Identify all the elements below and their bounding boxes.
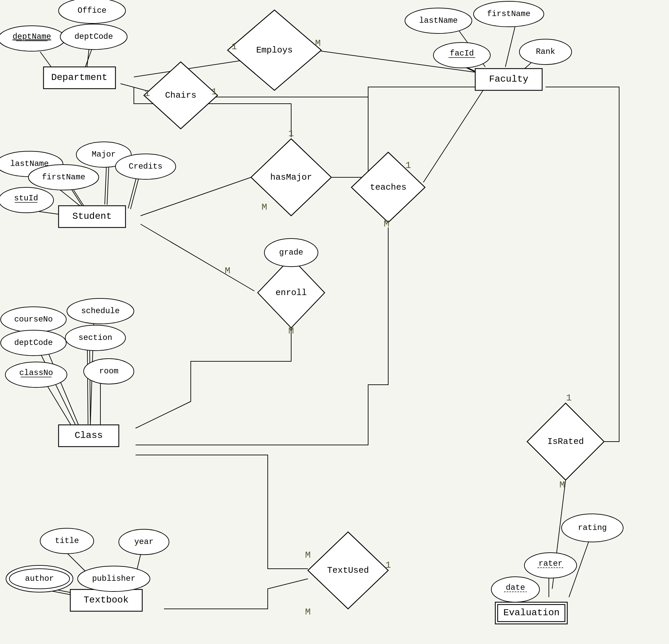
attr-classno-label: classNo — [19, 368, 53, 377]
attr-grade-label: grade — [279, 248, 303, 257]
attr-major-label: Major — [92, 150, 116, 159]
card-hasmajor-m: M — [262, 202, 267, 212]
attr-section-label: section — [79, 333, 112, 342]
teaches-label: teaches — [370, 182, 406, 192]
card-teaches-1: 1 — [405, 160, 411, 171]
conn-stu-credits1 — [130, 177, 139, 209]
attr-publisher-label: publisher — [92, 574, 136, 583]
attr-office-label: Office — [77, 6, 106, 15]
attr-room-label: room — [99, 367, 118, 376]
textused-label: TextUsed — [327, 566, 369, 575]
attr-rating-label: rating — [578, 523, 607, 532]
conn-stu-enroll — [141, 224, 254, 291]
conn-class-section1 — [90, 349, 90, 425]
conn-stu-credits2 — [128, 177, 137, 209]
attr-credits-label: Credits — [129, 162, 163, 171]
conn-fac-israted — [545, 87, 619, 442]
attr-author-label: author — [25, 574, 54, 583]
conn-fac-teaches — [423, 87, 485, 182]
card-israted-1: 1 — [566, 393, 572, 403]
conn-enroll-class — [136, 328, 291, 428]
employs-label: Employs — [256, 45, 293, 55]
conn-chairs-fac — [197, 87, 485, 97]
attr-courseno-label: courseNo — [14, 315, 53, 324]
department-label: Department — [51, 72, 108, 83]
student-label: Student — [72, 211, 112, 221]
attr-schedule-label: schedule — [81, 306, 119, 315]
attr-deptcode-label: deptCode — [74, 32, 113, 41]
card-hasmajor-1: 1 — [288, 128, 294, 139]
card-chairs-1b: 1 — [212, 87, 217, 97]
card-enroll-m2: M — [288, 326, 294, 336]
israted-label: IsRated — [547, 437, 584, 447]
attr-fac-firstname-label: firstName — [487, 9, 530, 18]
attr-rank-label: Rank — [536, 47, 555, 56]
attr-date-label: date — [506, 583, 525, 592]
conn-fac-firstname — [506, 25, 515, 67]
attr-title-label: title — [55, 536, 79, 545]
card-chairs-1a: 1 — [145, 88, 150, 99]
attr-rater-label: rater — [539, 559, 563, 568]
conn-class-textused — [136, 455, 308, 569]
card-employs-1: 1 — [231, 42, 237, 52]
conn-teaches-class — [136, 228, 388, 445]
attr-stuid-label: stuId — [14, 194, 38, 203]
hasmajor-label: hasMajor — [270, 172, 312, 182]
conn-tb-textused — [164, 579, 308, 609]
attr-fac-lastname-label: lastName — [419, 16, 457, 25]
card-teaches-m: M — [384, 219, 389, 229]
attr-deptname-label: deptName — [12, 32, 51, 41]
faculty-label: Faculty — [489, 74, 528, 84]
chairs-label: Chairs — [165, 90, 197, 100]
attr-stu-firstname-label: firstName — [42, 173, 85, 182]
card-employs-m: M — [315, 38, 321, 48]
textbook-label: Textbook — [84, 595, 129, 605]
enroll-label: enroll — [275, 288, 307, 298]
conn-class-section2 — [87, 348, 88, 424]
card-israted-m: M — [559, 480, 565, 490]
attr-year-label: year — [134, 537, 154, 546]
card-textused-1: 1 — [386, 560, 391, 570]
card-enroll-m1: M — [225, 266, 231, 276]
attr-facid-label: facId — [450, 49, 474, 58]
conn-stu-major1 — [107, 166, 109, 205]
card-textused-m2: M — [305, 607, 311, 617]
conn-stu-major2 — [105, 166, 106, 204]
evaluation-label: Evaluation — [503, 607, 559, 618]
attr-class-deptcode-label: deptCode — [14, 338, 53, 347]
class-label: Class — [75, 430, 103, 441]
card-textused-m1: M — [305, 550, 311, 560]
conn-stu-hasmajor — [141, 177, 251, 216]
